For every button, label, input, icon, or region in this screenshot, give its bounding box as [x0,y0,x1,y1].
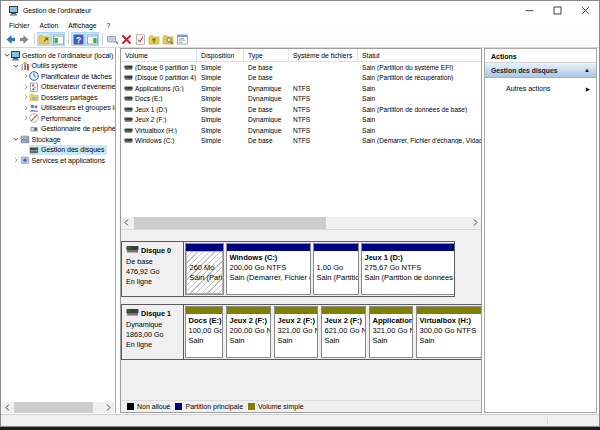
actions-section-disk-management[interactable]: Gestion des disques ▲ [485,63,596,78]
partition-jeux-2-f-[interactable]: Jeux 2 (F:)621,00 Go NTFSSain [321,306,366,358]
close-button[interactable] [571,1,599,19]
partition-1-00-go[interactable]: 1,00 GoSain (Partition de récupération) [313,243,359,295]
diskmgmt-icon [29,145,39,155]
disk-icon [126,308,141,319]
collapse-icon[interactable] [13,63,20,69]
properties-icon[interactable] [175,32,189,46]
disk-size: 476,92 Go [126,267,183,277]
title-bar: Gestion de l'ordinateur [1,1,599,19]
tree-item-gestion-des-disques[interactable]: Gestion des disques [2,145,115,156]
partition-type-band [275,307,317,314]
menu-affichage[interactable]: Affichage [63,22,101,29]
scroll-left-icon[interactable] [2,402,13,413]
expand-icon[interactable] [13,157,20,163]
tree-horizontal-scrollbar[interactable] [2,402,114,413]
mark-active-icon[interactable] [133,32,147,46]
expand-icon[interactable] [22,94,29,100]
expand-icon[interactable] [22,115,29,121]
column-header-statut[interactable]: Statut [358,49,482,61]
tree-item-planificateur-de-t-ches[interactable]: Planificateur de tâches [2,71,115,82]
column-header-syst-me-de-fichiers[interactable]: Système de fichiers [289,49,358,61]
legend-non-allou-: Non alloué [127,403,170,410]
partition-size: 1,00 Go [317,263,359,273]
action-pane-icon[interactable] [85,32,99,46]
volume-row[interactable]: Jeux 1 (D:)SimpleDe baseNTFSSain (Partit… [121,104,481,115]
partition-jeux-1-d-[interactable]: Jeux 1 (D:)275,67 Go NTFSSain (Partition… [361,243,454,295]
volume-row[interactable]: Windows (C:)SimpleDe baseNTFSSain (Démar… [121,136,481,147]
tree-item-gestionnaire-de-p-riph-riques[interactable]: Gestionnaire de périphériques [2,124,115,135]
partition-type-band [186,307,222,314]
services-icon [20,155,30,165]
column-header-disposition[interactable]: Disposition [197,49,244,61]
expand-icon[interactable] [22,84,29,90]
partition-jeux-2-f-[interactable]: Jeux 2 (F:)200,00 Go NTFSSain [226,306,271,358]
action-autres-actions[interactable]: Autres actions▶ [485,82,596,95]
explore-icon[interactable] [161,32,175,46]
help-icon[interactable]: ? [71,32,85,46]
volume-row[interactable]: Applications (G:)SimpleDynamiqueNTFSSain [121,83,481,94]
volume-row[interactable]: (Disque 0 partition 4)SimpleDe baseSain … [121,73,481,84]
column-header-volume[interactable]: Volume [121,49,197,61]
type: Dynamique [244,116,289,123]
scroll-left-icon[interactable] [121,217,132,228]
partition-windows-c-[interactable]: Windows (C:)200,00 Go NTFSSain (Démarrer… [226,243,311,295]
disk-row-1: Disque 1Dynamique1863,00 GoEn ligneDocs … [121,304,482,360]
expand-icon[interactable] [22,73,29,79]
tree-item-stockage[interactable]: Stockage [2,134,115,145]
menu-help[interactable]: ? [102,22,116,29]
tree-item-dossiers-partag-s[interactable]: Dossiers partagés [2,92,115,103]
minimize-button[interactable] [515,1,543,19]
maximize-button[interactable] [543,1,571,19]
volume-row[interactable]: Docs (E:)SimpleDynamiqueNTFSSain [121,94,481,105]
tree-item-utilisateurs-et-groupes-locaux[interactable]: Utilisateurs et groupes locaux [2,103,115,114]
tree-item-observateur-d-v-nements[interactable]: Observateur d'événements [2,82,115,93]
collapse-icon[interactable]: ▲ [584,67,590,73]
scroll-right-icon[interactable] [470,217,481,228]
forward-icon[interactable] [17,32,31,46]
scroll-right-icon[interactable] [103,402,114,413]
disk-label[interactable]: Disque 0De base476,92 GoEn ligne [122,242,184,296]
toolbar-separator [34,33,35,45]
legend-swatch [248,403,255,410]
partition-name: Jeux 2 (F:) [230,316,271,326]
disk-icon [126,245,141,256]
tree-item-outils-syst-me[interactable]: Outils système [2,61,115,72]
connect-icon[interactable] [105,32,119,46]
type: Dynamique [244,95,289,102]
console-tree-icon[interactable] [51,32,65,46]
extend-icon[interactable] [147,32,161,46]
partition-applications-g-[interactable]: Applications (G:)321,00 Go NTFSSain [369,306,413,358]
partition-virtualbox-h-[interactable]: Virtualbox (H:)300,00 Go NTFSSain [416,306,482,358]
status: Sain [358,85,482,92]
tree-item-label: Services et applications [31,157,107,164]
scrollbar-thumb[interactable] [134,217,326,229]
disposition: Simple [197,127,244,134]
disk-label[interactable]: Disque 1Dynamique1863,00 GoEn ligne [122,305,184,359]
volume-icon [124,116,133,123]
list-horizontal-scrollbar[interactable] [121,217,481,229]
export-list-icon[interactable] [37,32,51,46]
partition-260-mo[interactable]: 260 MoSain (Partition du système EFI) [185,243,224,295]
menu-fichier[interactable]: Fichier [1,22,34,29]
tree-item-performance[interactable]: Performance [2,113,115,124]
volume-row[interactable]: Virtualbox (H:)SimpleDynamiqueNTFSSain [121,125,481,136]
file-system: NTFS [289,116,358,123]
menu-action[interactable]: Action [34,22,63,29]
delete-volume-icon[interactable] [119,32,133,46]
collapse-icon[interactable] [3,52,10,58]
partition-status: Sain (Partition du système EFI) [190,273,223,283]
partition-type-band [227,307,270,314]
volume-row[interactable]: (Disque 0 partition 1)SimpleDe baseSain … [121,62,481,73]
partition-docs-e-[interactable]: Docs (E:)100,00 Go NTFSSain [185,306,223,358]
scrollbar-thumb[interactable] [14,402,93,413]
performance-icon [29,113,39,123]
tree-item-gestion-de-l-ordinateur-local-[interactable]: Gestion de l'ordinateur (local) [2,50,115,61]
back-icon[interactable] [3,32,17,46]
partition-jeux-2-f-[interactable]: Jeux 2 (F:)321,00 Go NTFSSain [274,306,318,358]
column-header-type[interactable]: Type [244,49,289,61]
tree-item-services-et-applications[interactable]: Services et applications [2,155,115,166]
collapse-icon[interactable] [13,136,20,142]
volume-row[interactable]: Jeux 2 (F:)SimpleDynamiqueNTFSSain [121,115,481,126]
expand-icon[interactable] [22,105,29,111]
partition-size: 275,67 Go NTFS [365,263,455,273]
